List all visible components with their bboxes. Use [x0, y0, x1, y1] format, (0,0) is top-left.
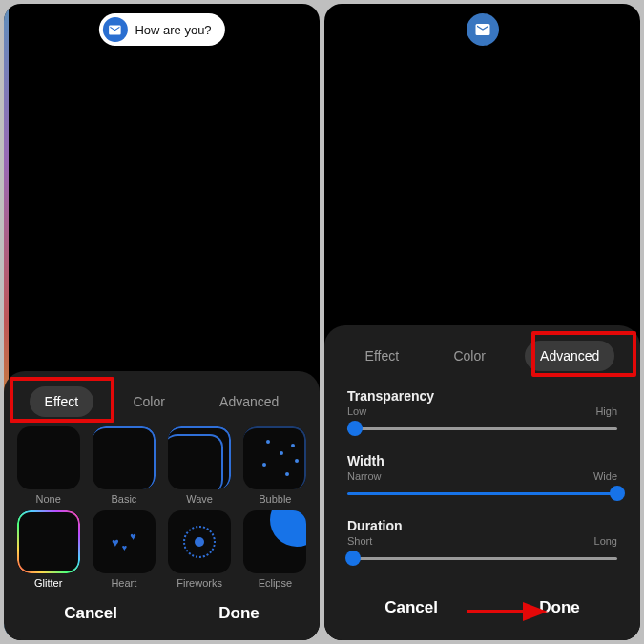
tab-effect[interactable]: Effect [350, 341, 415, 371]
effect-wave[interactable]: Wave [165, 426, 235, 505]
effect-bubble[interactable]: Bubble [240, 426, 310, 505]
slider-track[interactable] [347, 421, 617, 436]
thumb-wave [168, 426, 231, 489]
slider-transparency: Transparency Low High [347, 388, 617, 436]
slider-width: Width Narrow Wide [347, 453, 617, 501]
thumb-heart: ♥ ♥ ♥ [93, 510, 156, 573]
effect-fireworks[interactable]: Fireworks [165, 510, 235, 589]
tab-advanced[interactable]: Advanced [204, 386, 294, 417]
done-button[interactable]: Done [209, 598, 269, 629]
effect-heart[interactable]: ♥ ♥ ♥ Heart [89, 510, 158, 589]
mail-icon [102, 17, 127, 42]
slider-duration: Duration Short Long [347, 518, 617, 566]
slider-max-label: Wide [593, 470, 617, 482]
thumb-bubble [243, 426, 306, 489]
tabs-row: Effect Color Advanced [334, 337, 631, 381]
effect-label: None [35, 493, 60, 505]
effect-glitter[interactable]: Glitter [13, 510, 83, 589]
effect-basic[interactable]: Basic [89, 426, 158, 505]
effect-grid: None Basic Wave Bubble [13, 426, 310, 589]
effect-label: Wave [186, 493, 213, 505]
thumb-none [17, 426, 80, 489]
heart-icon: ♥ [112, 535, 119, 550]
panel-buttons: Cancel Done [13, 589, 310, 633]
slider-track[interactable] [347, 551, 617, 566]
tabs-row: Effect Color Advanced [13, 383, 310, 426]
tab-color[interactable]: Color [117, 386, 179, 417]
slider-max-label: High [595, 405, 617, 417]
annotation-highlight [10, 377, 114, 423]
mail-icon[interactable] [467, 13, 499, 46]
effect-label: Eclipse [259, 577, 292, 589]
cancel-button[interactable]: Cancel [54, 598, 127, 629]
thumb-basic [93, 426, 156, 489]
effect-none[interactable]: None [13, 426, 83, 505]
effect-eclipse[interactable]: Eclipse [240, 510, 310, 589]
notification-text: How are you? [135, 23, 211, 37]
effect-label: Glitter [34, 577, 62, 589]
thumb-fireworks [168, 510, 231, 573]
slider-title: Transparency [347, 388, 617, 404]
slider-min-label: Short [347, 535, 372, 547]
notification-pill[interactable]: How are you? [98, 13, 224, 46]
phone-right: Effect Color Advanced Transparency Low H… [324, 4, 640, 640]
phone-left: How are you? Effect Color Advanced None … [4, 4, 320, 640]
effect-label: Bubble [259, 493, 291, 505]
tab-color[interactable]: Color [438, 341, 500, 371]
slider-track[interactable] [347, 486, 617, 501]
slider-max-label: Long [594, 535, 617, 547]
effect-label: Fireworks [177, 577, 222, 589]
heart-icon: ♥ [130, 530, 136, 542]
thumb-eclipse [243, 510, 306, 573]
effect-panel: Effect Color Advanced None Basic Wave [4, 371, 320, 640]
effect-label: Basic [111, 493, 136, 505]
panel-buttons: Cancel Done [334, 583, 631, 627]
slider-group: Transparency Low High Width Narrow Wide [334, 381, 631, 566]
advanced-panel: Effect Color Advanced Transparency Low H… [324, 325, 640, 640]
slider-title: Duration [347, 518, 617, 533]
slider-min-label: Low [347, 405, 366, 417]
effect-label: Heart [111, 577, 136, 589]
slider-min-label: Narrow [347, 470, 381, 482]
annotation-highlight [531, 331, 636, 377]
thumb-glitter [17, 510, 80, 573]
slider-title: Width [347, 453, 617, 468]
heart-icon: ♥ [122, 543, 127, 552]
done-button[interactable]: Done [530, 592, 590, 623]
cancel-button[interactable]: Cancel [375, 592, 447, 623]
